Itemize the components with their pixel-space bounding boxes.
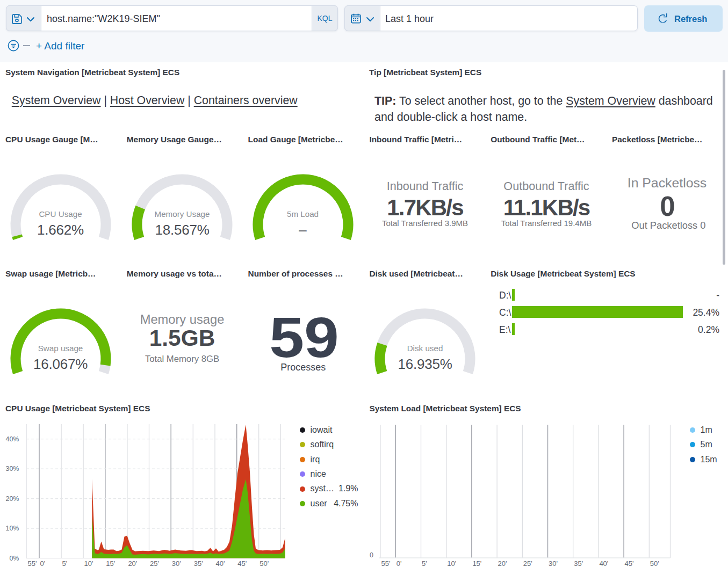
svg-text:30': 30' (172, 559, 181, 567)
svg-text:15': 15' (106, 559, 115, 567)
svg-text:0%: 0% (9, 555, 19, 562)
svg-text:15': 15' (472, 559, 481, 567)
svg-text:35': 35' (194, 559, 203, 567)
svg-text:0: 0 (370, 551, 373, 559)
svg-text:30%: 30% (5, 465, 19, 473)
svg-text:40': 40' (599, 559, 608, 567)
svg-text:30': 30' (549, 559, 558, 567)
svg-text:20': 20' (128, 559, 137, 567)
svg-text:5': 5' (422, 559, 427, 567)
svg-text:45': 45' (625, 559, 634, 567)
svg-text:25': 25' (523, 559, 532, 567)
svg-text:0': 0' (397, 559, 402, 567)
svg-text:25': 25' (150, 559, 159, 567)
svg-text:5': 5' (62, 559, 68, 567)
svg-text:10': 10' (84, 559, 93, 567)
svg-text:55': 55' (381, 559, 391, 567)
svg-text:10': 10' (447, 559, 456, 567)
svg-text:20%: 20% (5, 495, 19, 503)
svg-text:0': 0' (40, 559, 46, 567)
svg-text:50': 50' (260, 559, 269, 567)
svg-text:20': 20' (498, 559, 507, 567)
svg-text:45': 45' (237, 559, 247, 567)
svg-text:10%: 10% (5, 525, 19, 532)
svg-text:50': 50' (650, 559, 659, 567)
svg-text:35': 35' (574, 559, 583, 567)
svg-text:40%: 40% (5, 435, 19, 443)
svg-text:40': 40' (216, 559, 225, 567)
svg-text:55': 55' (28, 559, 37, 567)
